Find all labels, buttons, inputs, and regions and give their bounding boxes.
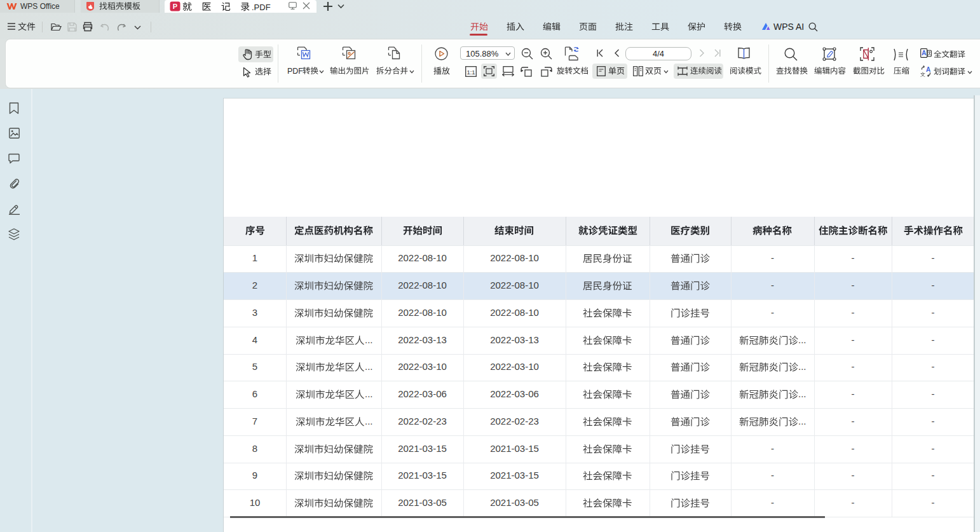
svg-text:P: P: [173, 3, 177, 10]
svg-text:A: A: [922, 49, 927, 57]
svg-text:A: A: [926, 66, 930, 73]
svg-text:1:1: 1:1: [466, 69, 475, 76]
